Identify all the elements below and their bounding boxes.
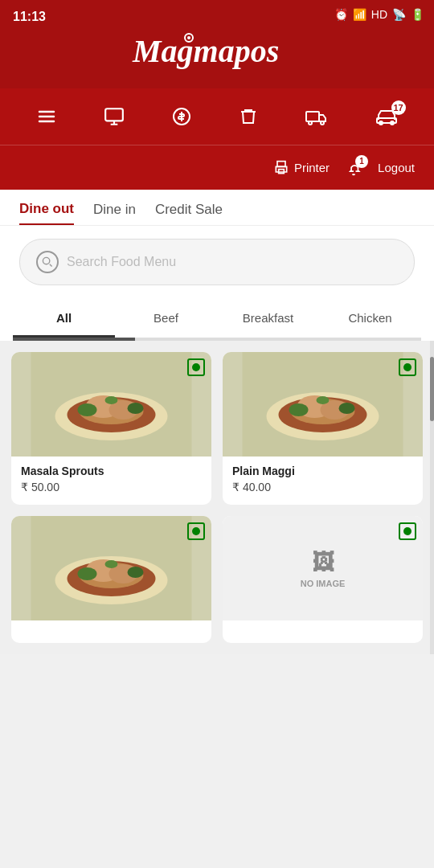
- no-image-placeholder: 🖼 NO IMAGE: [223, 516, 423, 620]
- search-input[interactable]: Search Food Menu: [67, 255, 176, 269]
- alarm-icon: ⏰: [334, 8, 348, 21]
- search-section: Search Food Menu: [0, 226, 434, 298]
- dine-in-tab[interactable]: Dine in: [93, 202, 136, 224]
- svg-point-38: [78, 567, 97, 580]
- food-card-image: [11, 352, 211, 457]
- vertical-scrollbar[interactable]: [430, 341, 434, 654]
- food-name: [11, 620, 211, 632]
- delivery-truck-icon[interactable]: [305, 107, 328, 126]
- chicken-tab[interactable]: Chicken: [319, 298, 421, 338]
- signal-icon: 📡: [392, 8, 406, 21]
- svg-point-20: [78, 403, 97, 416]
- logout-label: Logout: [378, 161, 415, 174]
- veg-badge: [187, 522, 205, 540]
- svg-point-2: [187, 36, 190, 39]
- svg-point-31: [317, 396, 330, 404]
- svg-point-21: [128, 403, 144, 414]
- notification-badge: 1: [355, 155, 368, 168]
- breakfast-tab[interactable]: Breakfast: [217, 298, 319, 338]
- hd-label: HD: [371, 8, 387, 21]
- logo: Magmapos: [125, 27, 309, 78]
- notification-button[interactable]: 1: [346, 160, 362, 176]
- food-price: ₹ 50.00: [11, 481, 211, 493]
- search-icon: [36, 251, 59, 273]
- food-card-plain-maggi[interactable]: Plain Maggi ₹ 40.00: [223, 352, 423, 505]
- svg-rect-3: [105, 108, 123, 121]
- svg-point-30: [339, 403, 355, 414]
- logout-button[interactable]: Logout: [378, 161, 415, 174]
- battery-icon: 🔋: [411, 8, 424, 21]
- food-card-image: [11, 516, 211, 620]
- menu-icon[interactable]: [37, 107, 56, 126]
- credit-sale-tab[interactable]: Credit Sale: [155, 202, 223, 224]
- dine-out-tab[interactable]: Dine out: [19, 201, 74, 225]
- svg-rect-11: [277, 161, 285, 166]
- food-items-grid: Masala Sprouts ₹ 50.00 Plain Maggi ₹ 40.…: [0, 341, 434, 654]
- time-display: 11:13: [13, 10, 46, 24]
- search-bar[interactable]: Search Food Menu: [19, 239, 415, 285]
- svg-point-39: [128, 567, 144, 578]
- svg-point-7: [321, 121, 324, 125]
- veg-badge: [399, 358, 416, 376]
- food-name: [223, 620, 423, 632]
- svg-point-13: [43, 257, 49, 264]
- food-card-item3[interactable]: [11, 516, 211, 643]
- nav-tabs: Dine out Dine in Credit Sale: [0, 190, 434, 225]
- main-toolbar: 17: [0, 88, 434, 145]
- food-card-image: 🖼 NO IMAGE: [223, 516, 423, 620]
- all-tab[interactable]: All: [13, 298, 115, 338]
- secondary-toolbar: Printer 1 Logout: [0, 145, 434, 190]
- status-icons: ⏰ 📶 HD 📡 🔋: [334, 8, 424, 21]
- category-tabs: All Beef Breakfast Chicken: [13, 298, 421, 338]
- header: 11:13 Magmapos ⏰ 📶 HD 📡 🔋: [0, 0, 434, 88]
- svg-text:Magmapos: Magmapos: [132, 33, 279, 69]
- dollar-icon[interactable]: [172, 107, 191, 126]
- no-image-label: NO IMAGE: [301, 579, 346, 588]
- food-card-masala-sprouts[interactable]: Masala Sprouts ₹ 50.00: [11, 352, 211, 505]
- printer-label: Printer: [294, 161, 330, 174]
- category-section: All Beef Breakfast Chicken: [0, 298, 434, 338]
- monitor-icon[interactable]: [104, 106, 125, 127]
- no-image-icon: 🖼: [312, 549, 334, 575]
- svg-point-6: [309, 121, 312, 125]
- svg-point-22: [105, 396, 118, 404]
- wifi-icon: 📶: [353, 8, 366, 21]
- food-price: ₹ 40.00: [223, 481, 423, 493]
- food-name: Plain Maggi: [223, 457, 423, 481]
- veg-badge: [187, 358, 205, 376]
- scrollbar-thumb: [430, 357, 434, 421]
- svg-rect-5: [306, 112, 319, 121]
- food-card-item4[interactable]: 🖼 NO IMAGE: [223, 516, 423, 643]
- delete-icon[interactable]: [239, 107, 258, 126]
- svg-point-40: [105, 560, 118, 568]
- printer-button[interactable]: Printer: [273, 160, 330, 176]
- food-name: Masala Sprouts: [11, 457, 211, 481]
- veg-badge: [399, 522, 416, 540]
- car-badge: 17: [391, 100, 406, 115]
- car-icon[interactable]: 17: [375, 107, 398, 126]
- food-card-image: [223, 352, 423, 457]
- beef-tab[interactable]: Beef: [115, 298, 217, 338]
- svg-point-29: [289, 403, 309, 416]
